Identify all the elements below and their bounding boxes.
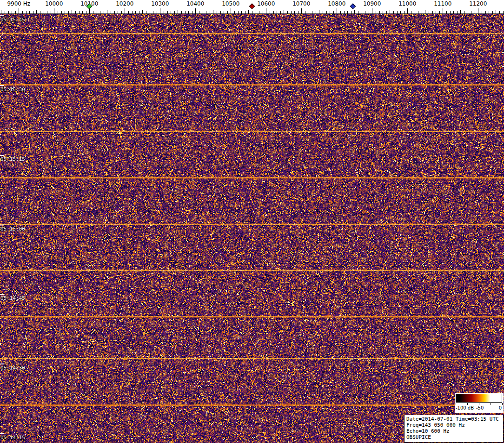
freq-tick bbox=[22, 11, 23, 13]
legend-mid-label: -50 bbox=[476, 405, 484, 410]
freq-tick bbox=[224, 11, 224, 13]
freq-tick-label: 10800 bbox=[328, 0, 345, 7]
freq-tick bbox=[457, 11, 458, 13]
freq-tick bbox=[111, 11, 111, 13]
freq-tick bbox=[125, 8, 125, 13]
freq-tick bbox=[446, 11, 447, 13]
freq-tick bbox=[58, 11, 58, 13]
freq-tick bbox=[397, 11, 398, 13]
freq-tick bbox=[72, 10, 72, 13]
freq-tick bbox=[248, 10, 249, 13]
freq-tick bbox=[118, 11, 118, 13]
freq-tick bbox=[12, 11, 12, 13]
freq-tick bbox=[256, 11, 256, 13]
freq-tick-label: 10900 bbox=[363, 0, 381, 7]
time-tick-label: 05:14:30 bbox=[0, 365, 25, 371]
freq-tick bbox=[15, 11, 16, 13]
spectrogram-display: 9900 Hz100001010010200103001040010500106… bbox=[0, 0, 504, 443]
freq-tick bbox=[252, 11, 252, 13]
freq-tick bbox=[153, 11, 153, 13]
freq-tick bbox=[104, 11, 104, 13]
freq-tick bbox=[51, 11, 51, 13]
freq-tick-label: 11200 bbox=[469, 0, 487, 7]
freq-tick-label: 10400 bbox=[186, 0, 204, 7]
freq-tick bbox=[422, 11, 422, 13]
freq-tick bbox=[213, 10, 213, 13]
time-tick bbox=[0, 155, 4, 156]
freq-tick bbox=[309, 11, 309, 13]
freq-tick bbox=[185, 11, 186, 13]
freq-tick-label: 11000 bbox=[398, 0, 416, 7]
freq-tick bbox=[188, 11, 189, 13]
time-tick-label: 05:15:30 bbox=[0, 86, 25, 93]
freq-tick bbox=[280, 11, 281, 13]
freq-tick bbox=[47, 11, 47, 13]
freq-tick bbox=[347, 11, 348, 13]
freq-tick bbox=[400, 11, 401, 13]
freq-tick bbox=[291, 11, 292, 13]
time-tick bbox=[0, 15, 4, 16]
freq-tick bbox=[266, 8, 266, 13]
freq-tick-label: 10700 bbox=[292, 0, 310, 7]
freq-tick bbox=[372, 8, 372, 13]
freq-tick bbox=[220, 11, 221, 13]
freq-tick bbox=[29, 11, 30, 13]
freq-tick bbox=[294, 11, 295, 13]
freq-tick bbox=[178, 10, 178, 13]
freq-tick bbox=[330, 11, 330, 13]
freq-tick-label: 10500 bbox=[222, 0, 239, 7]
freq-tick bbox=[436, 11, 436, 13]
freq-tick bbox=[379, 11, 380, 13]
time-tick-label: 05:15:15 bbox=[0, 156, 25, 162]
freq-tick bbox=[305, 11, 305, 13]
time-tick-label: 05:15:00 bbox=[0, 226, 25, 232]
freq-tick bbox=[8, 11, 9, 13]
time-tick bbox=[0, 294, 4, 295]
freq-tick bbox=[432, 11, 433, 13]
freq-tick-label: 11100 bbox=[434, 0, 451, 7]
freq-tick bbox=[128, 11, 129, 13]
color-scale-labels: -100 dB -50 0 bbox=[455, 405, 504, 412]
freq-tick bbox=[312, 11, 312, 13]
freq-tick bbox=[485, 11, 486, 13]
freq-tick bbox=[19, 8, 19, 13]
time-tick bbox=[0, 433, 4, 434]
freq-tick bbox=[36, 10, 37, 13]
time-tick-label: 05:14:45 bbox=[0, 295, 25, 301]
freq-tick bbox=[326, 11, 327, 13]
freq-tick bbox=[33, 11, 33, 13]
freq-tick bbox=[460, 10, 461, 13]
freq-tick bbox=[478, 8, 478, 13]
freq-tick bbox=[54, 8, 54, 13]
freq-tick bbox=[496, 10, 496, 13]
legend-max-label: 0 bbox=[499, 405, 502, 410]
freq-tick bbox=[316, 11, 316, 13]
info-freq-line: Freq=143 050 000 Hz bbox=[406, 422, 501, 428]
freq-tick bbox=[26, 11, 27, 13]
freq-tick bbox=[393, 11, 394, 13]
red-freq-marker-icon bbox=[249, 3, 255, 9]
freq-tick bbox=[439, 11, 440, 13]
freq-tick-label: 10600 bbox=[257, 0, 275, 7]
freq-tick bbox=[135, 11, 136, 13]
freq-tick bbox=[132, 11, 133, 13]
color-scale-legend: -100 dB -50 0 bbox=[455, 393, 504, 413]
freq-tick-label: 10000 bbox=[45, 0, 63, 7]
color-scale-tick bbox=[491, 403, 491, 405]
freq-tick bbox=[97, 11, 97, 13]
freq-tick bbox=[429, 11, 429, 13]
time-tick-label: 05:15:45 bbox=[0, 17, 25, 23]
color-scale-gradient-bar bbox=[456, 394, 502, 403]
freq-tick bbox=[358, 11, 358, 13]
freq-tick bbox=[418, 11, 418, 13]
freq-tick bbox=[340, 11, 341, 13]
freq-tick bbox=[171, 11, 171, 13]
freq-tick bbox=[241, 11, 242, 13]
freq-tick bbox=[333, 11, 334, 13]
freq-tick bbox=[65, 11, 65, 13]
freq-tick bbox=[492, 11, 493, 13]
freq-tick bbox=[482, 11, 482, 13]
freq-tick bbox=[411, 11, 411, 13]
freq-tick bbox=[365, 11, 365, 13]
freq-tick bbox=[121, 11, 122, 13]
